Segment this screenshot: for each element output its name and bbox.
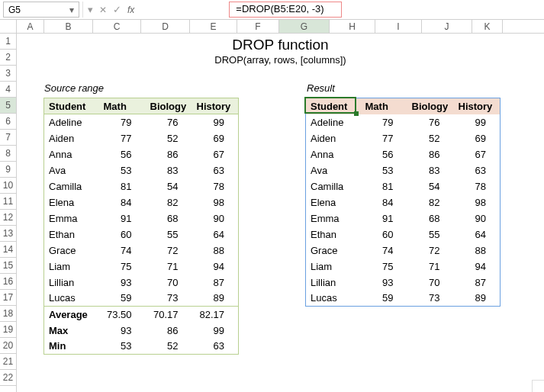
row-header-5[interactable]: 5 <box>0 98 16 114</box>
cell-name[interactable]: Ava <box>306 162 361 178</box>
cell-name[interactable]: Aiden <box>44 130 99 146</box>
cell-name[interactable]: Lucas <box>306 291 361 307</box>
cell-value[interactable]: 52 <box>146 130 192 146</box>
row-header-6[interactable]: 6 <box>0 114 16 130</box>
fill-handle[interactable] <box>354 111 359 116</box>
cell-name[interactable]: Elena <box>306 194 361 210</box>
cell-name[interactable]: Aiden <box>306 130 361 146</box>
cell-value[interactable]: 84 <box>361 194 407 210</box>
cell-name[interactable]: Camilla <box>306 178 361 194</box>
col-header-G[interactable]: G <box>279 20 330 33</box>
cell-value[interactable]: 83 <box>407 162 454 178</box>
cell-value[interactable]: 76 <box>146 114 192 130</box>
cell-name[interactable]: Camilla <box>44 178 99 194</box>
cell-value[interactable]: 86 <box>146 323 192 339</box>
row-header-14[interactable]: 14 <box>0 242 16 258</box>
row-header-8[interactable]: 8 <box>0 146 16 162</box>
cell-value[interactable]: 78 <box>454 178 501 194</box>
row-header-9[interactable]: 9 <box>0 162 16 178</box>
cell-value[interactable]: 89 <box>454 291 501 307</box>
cell-value[interactable]: 81 <box>361 178 407 194</box>
cell-value[interactable]: 55 <box>407 227 454 243</box>
cell-value[interactable]: 77 <box>99 130 146 146</box>
cell-value[interactable]: 99 <box>192 323 239 339</box>
cell-value[interactable]: 67 <box>192 146 239 162</box>
cell-value[interactable]: 98 <box>192 194 239 210</box>
cell-value[interactable]: 90 <box>454 210 501 227</box>
cell-value[interactable]: 70 <box>146 275 192 291</box>
select-all-corner[interactable] <box>0 20 17 33</box>
row-header-7[interactable]: 7 <box>0 130 16 146</box>
fx-label[interactable]: fx <box>127 5 134 15</box>
cell-name[interactable]: Average <box>44 307 99 323</box>
row-header-15[interactable]: 15 <box>0 258 16 274</box>
cell-value[interactable]: 55 <box>146 227 192 243</box>
cell-value[interactable]: 87 <box>454 275 501 291</box>
cancel-icon[interactable]: ✕ <box>99 5 107 15</box>
cell-value[interactable]: 94 <box>192 259 239 275</box>
col-header-J[interactable]: J <box>422 20 472 33</box>
chevron-down-icon[interactable]: ▾ <box>88 4 93 15</box>
cell-value[interactable]: 53 <box>99 162 146 178</box>
cell-value[interactable]: 99 <box>192 114 239 130</box>
cell-name[interactable]: Min <box>44 339 99 355</box>
cell-name[interactable]: Liam <box>306 259 361 275</box>
cell-name[interactable]: Anna <box>306 146 361 162</box>
cell-value[interactable]: 69 <box>192 130 239 146</box>
cell-value[interactable]: 63 <box>192 162 239 178</box>
row-header-18[interactable]: 18 <box>0 306 16 322</box>
cell-value[interactable]: 52 <box>407 130 454 146</box>
row-header-21[interactable]: 21 <box>0 354 16 370</box>
cell-value[interactable]: 52 <box>146 339 192 355</box>
cell-name[interactable]: Adeline <box>306 114 361 130</box>
cell-value[interactable]: 64 <box>192 227 239 243</box>
cell-name[interactable]: Ethan <box>44 227 99 243</box>
row-header-16[interactable]: 16 <box>0 274 16 290</box>
cell-value[interactable]: 68 <box>407 210 454 227</box>
row-header-2[interactable]: 2 <box>0 50 16 66</box>
row-header-3[interactable]: 3 <box>0 66 16 82</box>
cell-value[interactable]: 73 <box>146 291 192 307</box>
cell-value[interactable]: 63 <box>454 162 501 178</box>
cell-name[interactable]: Liam <box>44 259 99 275</box>
row-header-1[interactable]: 1 <box>0 34 16 50</box>
cell-value[interactable]: 54 <box>146 178 192 194</box>
cell-value[interactable]: 87 <box>192 275 239 291</box>
cell-value[interactable]: 71 <box>407 259 454 275</box>
cell-value[interactable]: 78 <box>192 178 239 194</box>
cell-value[interactable]: 94 <box>454 259 501 275</box>
row-header-13[interactable]: 13 <box>0 226 16 242</box>
cell-value[interactable]: 77 <box>361 130 407 146</box>
cell-value[interactable]: 53 <box>99 339 146 355</box>
check-icon[interactable]: ✓ <box>113 4 121 15</box>
row-header-17[interactable]: 17 <box>0 290 16 306</box>
col-header-A[interactable]: A <box>17 20 44 33</box>
cell-value[interactable]: 79 <box>99 114 146 130</box>
cell-value[interactable]: 60 <box>361 227 407 243</box>
cell-value[interactable]: 54 <box>407 178 454 194</box>
cell-name[interactable]: Elena <box>44 194 99 210</box>
cell-value[interactable]: 86 <box>146 146 192 162</box>
col-header-K[interactable]: K <box>472 20 503 33</box>
cell-value[interactable]: 98 <box>454 194 501 210</box>
cell-value[interactable]: 93 <box>99 275 146 291</box>
chevron-down-icon[interactable]: ▾ <box>69 5 74 15</box>
cell-value[interactable]: 82.17 <box>192 307 239 323</box>
cell-value[interactable]: 91 <box>99 210 146 227</box>
formula-input[interactable]: =DROP(B5:E20, -3) <box>229 2 342 18</box>
cell-name[interactable]: Ava <box>44 162 99 178</box>
cell-value[interactable]: 67 <box>454 146 501 162</box>
cell-value[interactable]: 82 <box>407 194 454 210</box>
cell-name[interactable]: Lillian <box>44 275 99 291</box>
cell-name[interactable]: Grace <box>306 243 361 259</box>
col-header-I[interactable]: I <box>375 20 422 33</box>
row-header-20[interactable]: 20 <box>0 338 16 354</box>
cell-name[interactable]: Max <box>44 323 99 339</box>
col-header-E[interactable]: E <box>190 20 237 33</box>
cell-value[interactable]: 68 <box>146 210 192 227</box>
row-header-12[interactable]: 12 <box>0 210 16 226</box>
cell-value[interactable]: 59 <box>99 291 146 307</box>
cell-value[interactable]: 75 <box>99 259 146 275</box>
cell-value[interactable]: 59 <box>361 291 407 307</box>
cell-value[interactable]: 72 <box>146 243 192 259</box>
